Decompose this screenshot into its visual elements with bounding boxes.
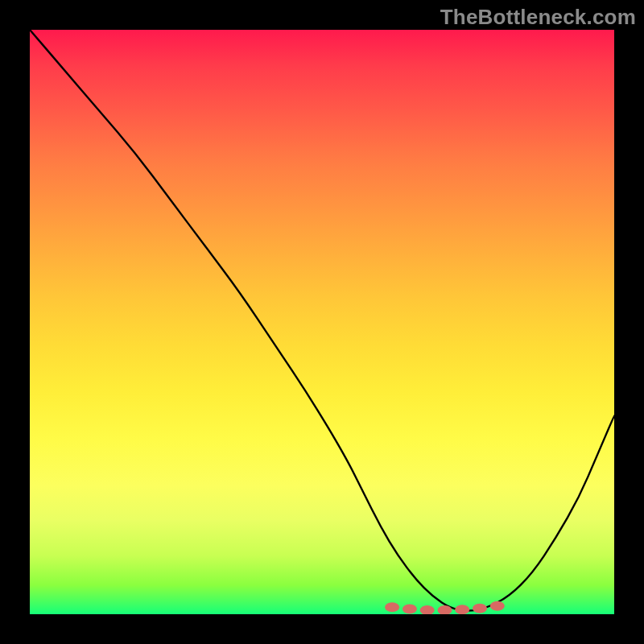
minimum-markers bbox=[385, 601, 505, 614]
minimum-marker bbox=[473, 604, 487, 613]
chart-frame: TheBottleneck.com bbox=[0, 0, 644, 644]
minimum-marker bbox=[402, 605, 417, 614]
minimum-marker bbox=[455, 605, 469, 614]
curve-layer bbox=[30, 30, 614, 614]
minimum-marker bbox=[385, 602, 399, 612]
minimum-marker bbox=[420, 605, 435, 614]
plot-area bbox=[30, 30, 614, 614]
minimum-marker bbox=[490, 601, 505, 611]
bottleneck-curve bbox=[30, 30, 614, 611]
watermark-text: TheBottleneck.com bbox=[440, 5, 636, 30]
